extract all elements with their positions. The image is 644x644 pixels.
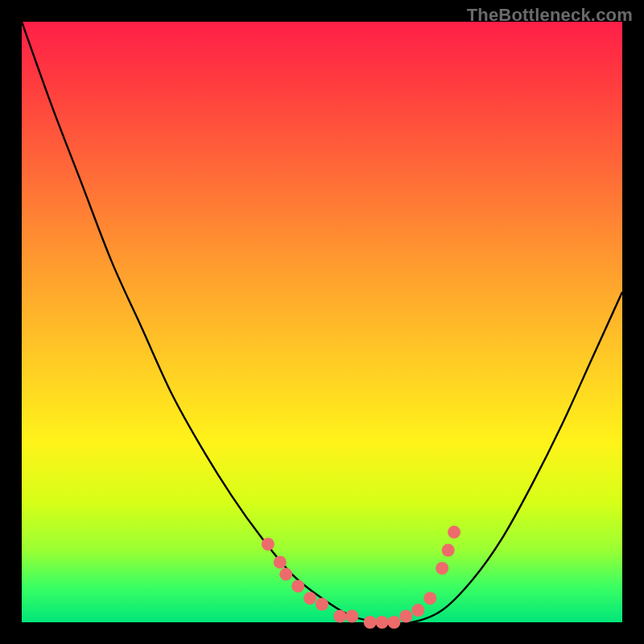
curve-path bbox=[22, 22, 622, 623]
curve-marker bbox=[316, 598, 328, 611]
curve-marker bbox=[442, 544, 455, 557]
curve-marker bbox=[345, 610, 358, 623]
curve-marker bbox=[364, 616, 377, 629]
curve-marker bbox=[423, 592, 436, 605]
bottleneck-curve bbox=[22, 22, 622, 622]
curve-marker bbox=[436, 562, 448, 575]
curve-marker bbox=[399, 610, 412, 623]
curve-marker bbox=[388, 616, 401, 629]
curve-marker bbox=[291, 580, 304, 592]
curve-marker bbox=[411, 604, 424, 617]
curve-marker bbox=[303, 592, 316, 605]
watermark-text: TheBottleneck.com bbox=[467, 5, 633, 26]
curve-marker bbox=[279, 568, 292, 580]
chart-frame: TheBottleneck.com bbox=[0, 0, 644, 644]
curve-marker bbox=[262, 538, 275, 551]
plot-area bbox=[22, 22, 622, 622]
curve-marker bbox=[333, 610, 346, 623]
curve-marker bbox=[376, 616, 389, 629]
curve-marker bbox=[448, 526, 460, 539]
marker-group bbox=[262, 526, 460, 629]
curve-marker bbox=[274, 555, 287, 568]
